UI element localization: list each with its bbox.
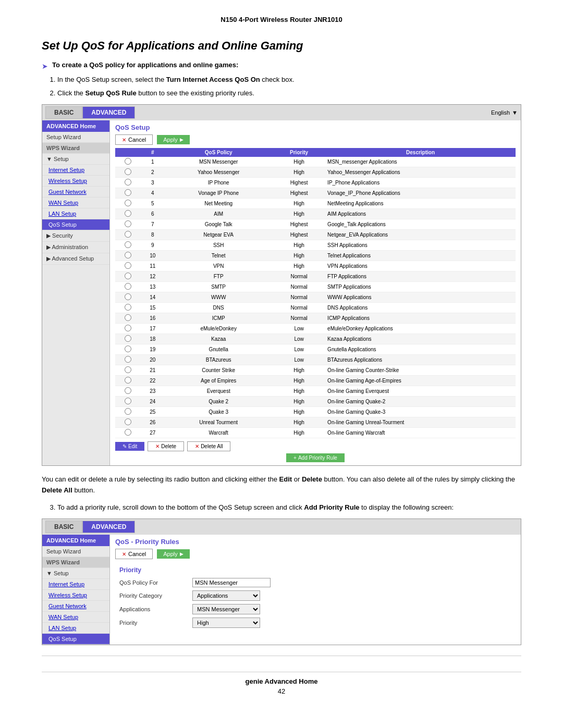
cell-num: 2 xyxy=(141,167,164,178)
radio-cell[interactable] xyxy=(115,355,141,365)
router-top-bar-2: BASIC ADVANCED xyxy=(42,519,521,535)
sidebar-wireless-setup[interactable]: Wireless Setup xyxy=(42,176,109,187)
apply-button-2[interactable]: Apply xyxy=(157,549,190,559)
sidebar-wan-setup-2[interactable]: WAN Setup xyxy=(42,612,109,623)
cell-policy: Unreal Tourment xyxy=(164,417,273,428)
cancel-button-2[interactable]: Cancel xyxy=(115,549,153,559)
cancel-button-1[interactable]: Cancel xyxy=(115,134,153,145)
sidebar-advanced-home-2[interactable]: ADVANCED Home xyxy=(42,535,109,546)
cell-policy: SSH xyxy=(164,240,273,251)
cell-priority: Normal xyxy=(273,303,325,313)
radio-cell[interactable] xyxy=(115,219,141,230)
cell-policy: Netgear EVA xyxy=(164,230,273,240)
cell-priority: High xyxy=(273,157,325,167)
cell-priority: Low xyxy=(273,355,325,365)
action-bar-1: Cancel Apply xyxy=(115,134,516,145)
tab-advanced-2[interactable]: ADVANCED xyxy=(82,521,135,533)
sidebar-setup-section-2[interactable]: ▼ Setup xyxy=(42,568,109,579)
sidebar-security[interactable]: ▶ Security xyxy=(42,230,109,242)
table-row: 21 Counter Strike High On-line Gaming Co… xyxy=(115,365,516,376)
cell-priority: High xyxy=(273,417,325,428)
radio-cell[interactable] xyxy=(115,334,141,344)
radio-cell[interactable] xyxy=(115,167,141,178)
radio-cell[interactable] xyxy=(115,324,141,334)
radio-cell[interactable] xyxy=(115,376,141,386)
router-screenshot-1: BASIC ADVANCED English ▼ ADVANCED Home S… xyxy=(42,104,521,466)
tab-advanced[interactable]: ADVANCED xyxy=(82,106,135,119)
delete-all-button[interactable]: Delete All xyxy=(187,441,230,451)
cell-priority: Low xyxy=(273,324,325,334)
sidebar-wps-wizard-2[interactable]: WPS Wizard xyxy=(42,557,109,568)
radio-cell[interactable] xyxy=(115,417,141,428)
radio-cell[interactable] xyxy=(115,240,141,251)
router-screenshot-2: BASIC ADVANCED ADVANCED Home Setup Wizar… xyxy=(42,519,521,645)
tab-basic-2[interactable]: BASIC xyxy=(45,521,82,533)
input-qos-policy[interactable] xyxy=(192,578,271,587)
sidebar-qos-setup[interactable]: QoS Setup xyxy=(42,219,109,230)
radio-cell[interactable] xyxy=(115,407,141,417)
add-priority-button[interactable]: Add Priority Rule xyxy=(286,453,345,462)
cell-desc: On-line Gaming Quake-3 xyxy=(325,407,516,417)
sidebar-internet-setup-2[interactable]: Internet Setup xyxy=(42,579,109,590)
sidebar-internet-setup[interactable]: Internet Setup xyxy=(42,165,109,176)
select-priority[interactable]: High xyxy=(192,618,260,628)
cell-policy: AIM xyxy=(164,209,273,219)
cell-policy: Kazaa xyxy=(164,334,273,344)
radio-cell[interactable] xyxy=(115,397,141,407)
radio-cell[interactable] xyxy=(115,178,141,188)
delete-button[interactable]: Delete xyxy=(148,441,184,451)
table-row: 11 VPN High VPN Applications xyxy=(115,261,516,272)
table-row: 6 AIM High AIM Applications xyxy=(115,209,516,219)
radio-cell[interactable] xyxy=(115,303,141,313)
cell-num: 24 xyxy=(141,397,164,407)
cell-policy: Telnet xyxy=(164,251,273,261)
radio-cell[interactable] xyxy=(115,365,141,376)
sidebar-qos-setup-2[interactable]: QoS Setup xyxy=(42,634,109,645)
radio-cell[interactable] xyxy=(115,188,141,199)
sidebar-lan-setup-2[interactable]: LAN Setup xyxy=(42,623,109,634)
sidebar-guest-network-2[interactable]: Guest Network xyxy=(42,601,109,612)
radio-cell[interactable] xyxy=(115,428,141,438)
select-priority-category[interactable]: Applications xyxy=(192,590,260,601)
select-applications[interactable]: MSN Messenger xyxy=(192,604,260,614)
radio-cell[interactable] xyxy=(115,230,141,240)
sidebar-wps-wizard[interactable]: WPS Wizard xyxy=(42,143,109,154)
cell-num: 15 xyxy=(141,303,164,313)
radio-cell[interactable] xyxy=(115,157,141,167)
router-content-2: QoS - Priority Rules Cancel Apply Priori… xyxy=(110,535,521,645)
table-row: 10 Telnet High Telnet Applications xyxy=(115,251,516,261)
sidebar-guest-network[interactable]: Guest Network xyxy=(42,187,109,198)
radio-cell[interactable] xyxy=(115,292,141,303)
radio-cell[interactable] xyxy=(115,282,141,292)
tab-basic[interactable]: BASIC xyxy=(45,106,82,119)
language-selector[interactable]: English ▼ xyxy=(491,109,518,116)
sidebar-setup-wizard[interactable]: Setup Wizard xyxy=(42,132,109,143)
sidebar-wireless-setup-2[interactable]: Wireless Setup xyxy=(42,590,109,601)
radio-cell[interactable] xyxy=(115,386,141,397)
cell-policy: Counter Strike xyxy=(164,365,273,376)
sidebar-wan-setup[interactable]: WAN Setup xyxy=(42,198,109,208)
sidebar-administration[interactable]: ▶ Administration xyxy=(42,242,109,253)
cell-desc: On-line Gaming Warcraft xyxy=(325,428,516,438)
cell-num: 8 xyxy=(141,230,164,240)
radio-cell[interactable] xyxy=(115,199,141,209)
sidebar-setup-wizard-2[interactable]: Setup Wizard xyxy=(42,546,109,557)
sidebar-advanced-setup[interactable]: ▶ Advanced Setup xyxy=(42,253,109,265)
radio-cell[interactable] xyxy=(115,251,141,261)
radio-cell[interactable] xyxy=(115,209,141,219)
cell-priority: High xyxy=(273,167,325,178)
sidebar-advanced-home[interactable]: ADVANCED Home xyxy=(42,120,109,132)
radio-cell[interactable] xyxy=(115,261,141,272)
table-actions: Edit Delete Delete All xyxy=(115,441,516,451)
radio-cell[interactable] xyxy=(115,344,141,355)
cell-desc: ICMP Applications xyxy=(325,313,516,324)
radio-cell[interactable] xyxy=(115,313,141,324)
radio-cell[interactable] xyxy=(115,272,141,282)
apply-button-1[interactable]: Apply xyxy=(157,135,190,144)
cell-priority: Normal xyxy=(273,272,325,282)
table-row: 24 Quake 2 High On-line Gaming Quake-2 xyxy=(115,397,516,407)
sidebar-setup-section[interactable]: ▼ Setup xyxy=(42,154,109,165)
edit-button[interactable]: Edit xyxy=(115,442,144,451)
sidebar-lan-setup[interactable]: LAN Setup xyxy=(42,208,109,219)
table-row: 7 Google Talk Highest Google_Talk Applic… xyxy=(115,219,516,230)
